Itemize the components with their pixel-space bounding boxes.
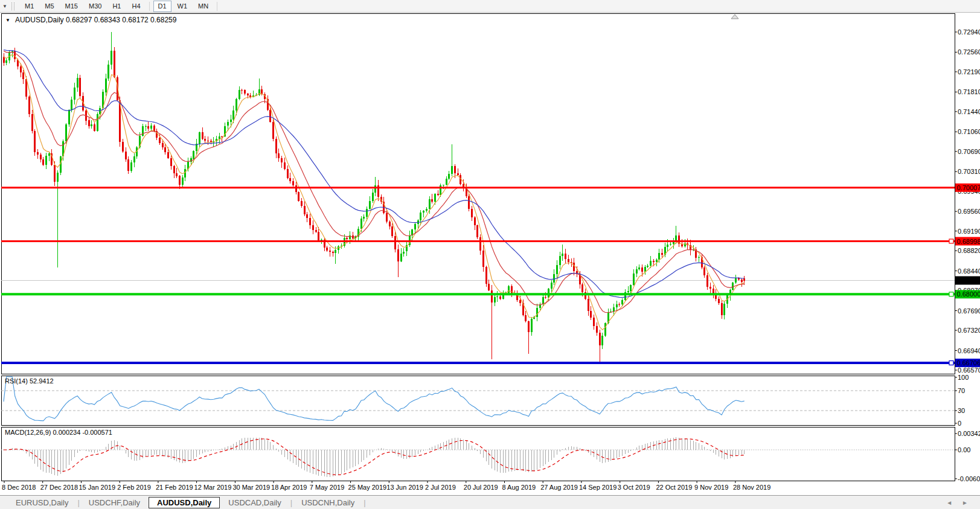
- date-tick-label: 14 Sep 2019: [579, 484, 617, 491]
- timeframe-button-m30[interactable]: M30: [84, 1, 106, 12]
- timeframe-button-m15[interactable]: M15: [60, 1, 83, 12]
- line-handle[interactable]: [949, 239, 953, 243]
- price-tick-label: 0.72560: [958, 48, 980, 56]
- timeframe-buttons: M1M5M15M30H1H4D1W1MN: [19, 0, 220, 12]
- timeframe-toolbar: ▼ M1M5M15M30H1H4D1W1MN: [0, 0, 980, 13]
- rsi-tick-label: 100: [958, 374, 969, 381]
- tab-audusd[interactable]: AUDUSD,Daily: [149, 497, 220, 508]
- price-axis[interactable]: 0.729400.725600.721900.718100.714400.710…: [955, 28, 980, 482]
- timeframe-button-mn[interactable]: MN: [193, 1, 213, 12]
- timeframe-button-h1[interactable]: H1: [107, 1, 126, 12]
- date-tick-label: 18 Apr 2019: [271, 484, 307, 491]
- date-tick-label: 22 Oct 2019: [656, 484, 692, 491]
- price-badge-label: 0.66706: [957, 359, 980, 367]
- price-badge-label: 0.68259: [957, 277, 980, 284]
- candlesticks: [3, 32, 746, 363]
- ema-slow-line: [4, 50, 745, 298]
- date-tick-label: 25 May 2019: [348, 484, 387, 491]
- date-tick-label: 21 Feb 2019: [156, 484, 193, 491]
- price-tick-label: 0.69190: [958, 228, 980, 235]
- tab-usdchf[interactable]: USDCHF,Daily: [80, 497, 149, 508]
- macd-signal-line: [4, 439, 745, 475]
- price-tick-label: 0.66940: [958, 347, 980, 354]
- date-tick-label: 27 Aug 2019: [540, 484, 578, 491]
- chart-tab-bar: EURUSD,Daily|USDCHF,DailyAUDUSD,DailyUSD…: [0, 495, 980, 509]
- ema-mid-line: [4, 51, 745, 312]
- price-tick-label: 0.69560: [958, 208, 980, 215]
- toolbar-separator: [149, 2, 150, 11]
- price-tick-label: 0.72190: [958, 68, 980, 75]
- date-axis[interactable]: 8 Dec 201827 Dec 201815 Jan 20192 Feb 20…: [2, 481, 770, 491]
- timeframe-button-d1[interactable]: D1: [153, 1, 171, 12]
- tab-separator: |: [77, 498, 79, 507]
- panel-frames: [1, 13, 955, 481]
- rsi-tick-label: 30: [958, 407, 965, 414]
- chart-tabs: EURUSD,Daily|USDCHF,DailyAUDUSD,DailyUSD…: [7, 497, 367, 508]
- date-tick-label: 2 Feb 2019: [117, 484, 151, 491]
- line-handle[interactable]: [949, 292, 953, 296]
- tabs-scroll-left-icon[interactable]: ◄: [946, 499, 952, 506]
- timeframe-button-w1[interactable]: W1: [173, 1, 193, 12]
- date-tick-label: 9 Nov 2019: [694, 484, 728, 491]
- moving-averages: [4, 50, 745, 330]
- macd-tick-label: -0.006069: [958, 475, 980, 482]
- macd-label: MACD(12,26,9) 0.000234 -0.000571: [5, 429, 112, 436]
- timeframe-button-h4[interactable]: H4: [127, 1, 145, 12]
- price-tick-label: 0.70690: [958, 148, 980, 155]
- price-badge-label: 0.70007: [957, 184, 980, 191]
- tab-scrollbar: ◄ ►: [946, 499, 968, 506]
- tab-separator: |: [363, 498, 365, 507]
- price-tick-label: 0.68440: [958, 267, 980, 275]
- mt4-window: ▼ M1M5M15M30H1H4D1W1MN ▼ AUDUSD,Daily 0.…: [0, 0, 980, 509]
- toolbar-grip[interactable]: [11, 2, 14, 10]
- tab-usdcad[interactable]: USDCAD,Daily: [220, 497, 289, 508]
- price-tick-label: 0.72940: [958, 28, 980, 36]
- price-tick-label: 0.71810: [958, 88, 980, 95]
- price-tick-label: 0.71060: [958, 128, 980, 135]
- timeframe-button-m1[interactable]: M1: [20, 1, 39, 12]
- price-tick-label: 0.66570: [958, 367, 980, 374]
- toolbar-separator: [217, 2, 217, 11]
- price-tick-label: 0.71440: [958, 108, 980, 115]
- macd-histogram: [4, 437, 745, 477]
- tab-separator: |: [290, 498, 292, 507]
- timeframe-button-m5[interactable]: M5: [40, 1, 59, 12]
- price-tick-label: 0.68820: [958, 247, 980, 254]
- chart-canvas: 0.729400.725600.721900.718100.714400.710…: [0, 0, 980, 509]
- tabs-scroll-right-icon[interactable]: ►: [962, 499, 968, 506]
- price-badge-label: 0.68998: [957, 238, 980, 245]
- rsi-tick-label: 70: [958, 387, 965, 394]
- date-tick-label: 27 Dec 2018: [40, 484, 78, 491]
- rsi-label: RSI(14) 52.9412: [5, 377, 54, 385]
- price-tick-label: 0.67320: [958, 327, 980, 334]
- level-lines: [1, 188, 955, 365]
- date-tick-label: 8 Dec 2018: [2, 484, 36, 491]
- price-badge-label: 0.68000: [957, 290, 980, 298]
- line-handle[interactable]: [949, 361, 953, 365]
- date-tick-label: 3 Oct 2019: [618, 484, 650, 491]
- date-tick-label: 2 Jul 2019: [425, 484, 456, 491]
- macd-tick-label: 0.00: [958, 446, 970, 453]
- chart-title: ▼ AUDUSD,Daily 0.68297 0.68343 0.68172 0…: [5, 16, 176, 24]
- date-tick-label: 8 Aug 2019: [502, 484, 536, 491]
- date-tick-label: 12 Mar 2019: [194, 484, 232, 491]
- date-tick-label: 7 May 2019: [310, 484, 344, 491]
- chart-shift-marker-icon[interactable]: [731, 14, 738, 19]
- toolbar-dropdown-icon[interactable]: ▼: [0, 4, 10, 9]
- date-tick-label: 15 Jan 2019: [79, 484, 116, 491]
- tab-usdcnh[interactable]: USDCNH,Daily: [293, 497, 363, 508]
- tab-eurusd[interactable]: EURUSD,Daily: [7, 497, 77, 508]
- rsi-panel: [1, 377, 955, 421]
- macd-panel: [1, 437, 955, 477]
- price-tick-label: 0.70310: [958, 168, 980, 175]
- rsi-tick-label: 0: [958, 420, 961, 427]
- macd-tick-label: 0.003421: [958, 430, 980, 437]
- collapse-triangle-icon[interactable]: ▼: [5, 18, 10, 23]
- date-tick-label: 28 Nov 2019: [733, 484, 770, 491]
- date-tick-label: 30 Mar 2019: [232, 484, 270, 491]
- price-tick-label: 0.67690: [958, 307, 980, 315]
- chart-title-text: AUDUSD,Daily 0.68297 0.68343 0.68172 0.6…: [15, 16, 177, 24]
- date-tick-label: 13 Jun 2019: [386, 484, 423, 491]
- rsi-line: [4, 377, 745, 421]
- ema-fast-line: [4, 54, 745, 330]
